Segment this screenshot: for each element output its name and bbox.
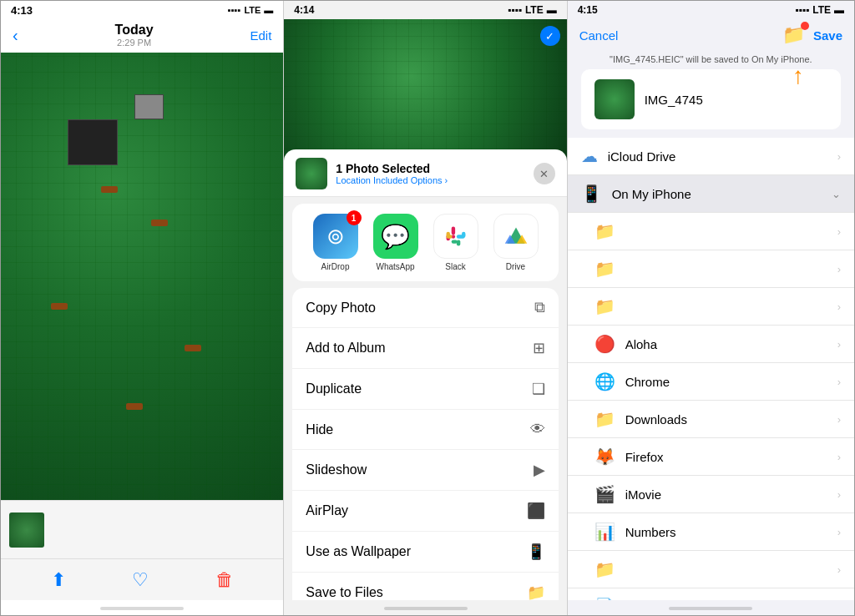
hide-icon: 👁 xyxy=(530,421,545,438)
home-bar-2 xyxy=(384,607,468,610)
folder-4-icon: 📁 xyxy=(594,559,615,579)
slideshow-icon: ▶ xyxy=(534,461,545,479)
app-slack[interactable]: Slack xyxy=(433,214,478,271)
battery-icon-1: ▬ xyxy=(264,5,273,15)
nav-title-1: Today 2:29 PM xyxy=(115,23,154,48)
downloads-chevron: › xyxy=(837,413,841,426)
signal-3: ▪▪▪▪ xyxy=(795,4,809,16)
airdrop-icon: ⊚ 1 xyxy=(313,214,358,259)
folder-chrome[interactable]: 🌐 Chrome › xyxy=(568,363,854,401)
share-header: 1 Photo Selected Location Included Optio… xyxy=(284,149,566,197)
network-type-1: LTE xyxy=(244,5,261,15)
folder-2[interactable]: 📁 › xyxy=(568,250,854,288)
iphone-label: On My iPhone xyxy=(612,187,832,201)
folder-imovie[interactable]: 🎬 iMovie › xyxy=(568,476,854,513)
cancel-button[interactable]: Cancel xyxy=(579,28,619,43)
svg-rect-5 xyxy=(456,240,459,245)
home-indicator-2 xyxy=(284,600,566,616)
share-header-text: 1 Photo Selected Location Included Optio… xyxy=(336,162,448,185)
location-icloud[interactable]: ☁ iCloud Drive › xyxy=(568,138,854,175)
airdrop-badge: 1 xyxy=(347,210,362,225)
apps-row: ⊚ 1 AirDrop 💬 WhatsApp xyxy=(292,204,558,281)
back-button-1[interactable]: ‹ xyxy=(13,26,18,45)
action-copy-photo[interactable]: Copy Photo ⧉ xyxy=(292,288,558,328)
action-add-album[interactable]: Add to Album ⊞ xyxy=(292,328,558,369)
folder-4[interactable]: 📁 › xyxy=(568,551,854,588)
delete-button[interactable]: 🗑 xyxy=(215,569,234,591)
svg-rect-1 xyxy=(451,227,454,235)
folder-1-icon: 📁 xyxy=(594,221,615,241)
add-album-label: Add to Album xyxy=(306,341,385,356)
drive-icon xyxy=(493,214,539,259)
chrome-chevron: › xyxy=(837,376,841,388)
status-icons-1: ▪▪▪▪ LTE ▬ xyxy=(228,5,274,15)
status-icons-3: ▪▪▪▪ LTE ▬ xyxy=(795,4,844,16)
imovie-icon: 🎬 xyxy=(594,484,615,504)
airdrop-label: AirDrop xyxy=(321,262,350,271)
folder-pages[interactable]: 📄 Pages › xyxy=(568,588,854,600)
home-bar-3 xyxy=(669,607,752,610)
aloha-chevron: › xyxy=(837,338,841,351)
checkmark-badge: ✓ xyxy=(540,26,560,46)
drive-svg xyxy=(503,224,529,249)
thumb-pcb xyxy=(9,512,44,548)
aloha-icon: 🔴 xyxy=(594,334,615,354)
file-name: IMG_4745 xyxy=(645,93,703,107)
edit-button[interactable]: Edit xyxy=(250,28,271,43)
home-bar-1 xyxy=(100,607,184,610)
app-airdrop[interactable]: ⊚ 1 AirDrop xyxy=(313,214,358,271)
like-button[interactable]: ♡ xyxy=(132,569,149,591)
action-wallpaper[interactable]: Use as Wallpaper 📱 xyxy=(292,532,558,573)
numbers-icon: 📊 xyxy=(594,522,615,542)
share-close-button[interactable]: ✕ xyxy=(534,163,555,184)
pcb-overlay xyxy=(1,53,283,500)
action-duplicate[interactable]: Duplicate ❑ xyxy=(292,369,558,410)
app-whatsapp[interactable]: 💬 WhatsApp xyxy=(373,214,418,271)
panel-files: 4:15 ▪▪▪▪ LTE ▬ Cancel 📁 Save ↑ "IMG_474… xyxy=(568,1,854,616)
signal-icon-1: ▪▪▪▪ xyxy=(228,5,241,15)
copy-photo-label: Copy Photo xyxy=(306,300,376,316)
wallpaper-icon: 📱 xyxy=(527,543,545,561)
folder-aloha[interactable]: 🔴 Aloha › xyxy=(568,326,854,363)
share-photo-bg: ✓ xyxy=(284,19,566,161)
airplay-label: AirPlay xyxy=(306,503,348,518)
folder-3[interactable]: 📁 › xyxy=(568,288,854,326)
battery-2: ▬ xyxy=(547,4,557,16)
folder-numbers[interactable]: 📊 Numbers › xyxy=(568,513,854,551)
action-airplay[interactable]: AirPlay ⬛ xyxy=(292,491,558,532)
save-files-label: Save to Files xyxy=(306,585,382,600)
folder-3-icon: 📁 xyxy=(594,296,615,316)
action-save-files[interactable]: Save to Files 📁 ← xyxy=(292,573,558,600)
firefox-chevron: › xyxy=(837,451,841,463)
location-iphone[interactable]: 📱 On My iPhone ⌄ xyxy=(568,175,854,213)
downloads-label: Downloads xyxy=(625,412,837,427)
home-indicator-1 xyxy=(1,600,283,616)
time-1: 4:13 xyxy=(11,4,33,17)
icloud-icon: ☁ xyxy=(581,146,598,166)
iphone-icon: 📱 xyxy=(581,184,602,204)
thumbnail[interactable] xyxy=(9,512,44,548)
save-button[interactable]: Save xyxy=(813,28,842,43)
folder-1[interactable]: 📁 › xyxy=(568,213,854,250)
resistor-3 xyxy=(51,303,68,310)
file-preview: IMG_4745 xyxy=(581,69,841,129)
action-hide[interactable]: Hide 👁 xyxy=(292,410,558,450)
folder-1-chevron: › xyxy=(837,225,841,238)
time-3: 4:15 xyxy=(578,4,598,16)
whatsapp-icon: 💬 xyxy=(373,214,418,259)
subtitle-time: 2:29 PM xyxy=(115,38,154,48)
title-today: Today xyxy=(115,23,154,38)
resistor-4 xyxy=(185,345,201,351)
folder-firefox[interactable]: 🦊 Firefox › xyxy=(568,438,854,476)
share-title: 1 Photo Selected xyxy=(336,162,448,175)
app-drive[interactable]: Drive xyxy=(493,214,539,271)
folder-downloads[interactable]: 📁 Downloads › xyxy=(568,401,854,438)
action-slideshow[interactable]: Slideshow ▶ xyxy=(292,450,558,491)
share-button[interactable]: ⬆ xyxy=(51,569,66,591)
nav-icons: 📁 Save xyxy=(782,24,842,46)
network-2: LTE xyxy=(525,4,544,16)
imovie-label: iMovie xyxy=(625,487,837,502)
slack-svg xyxy=(443,224,468,249)
airdrop-symbol: ⊚ xyxy=(326,224,345,250)
panel-share: 4:14 ▪▪▪▪ LTE ▬ ✓ 1 Photo Selected Locat… xyxy=(284,1,567,616)
